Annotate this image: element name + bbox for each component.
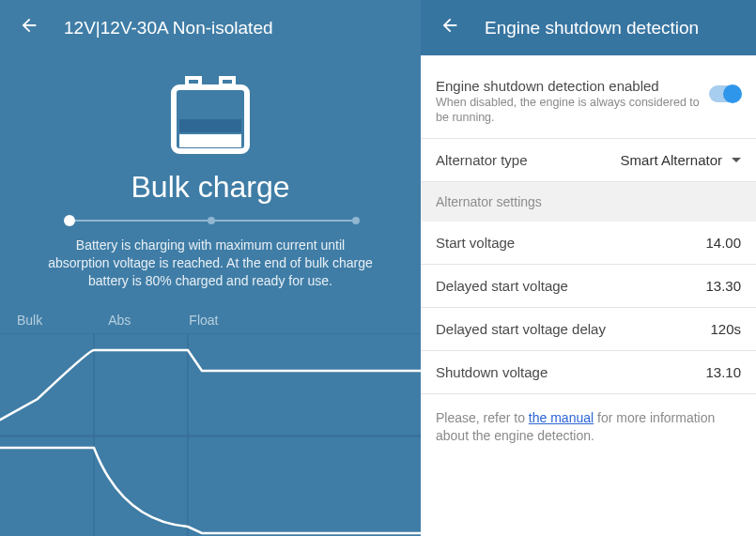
svg-rect-4: [179, 134, 241, 147]
footnote-pre: Please, refer to: [436, 410, 529, 425]
delayed-start-voltage-label: Delayed start voltage: [436, 278, 705, 294]
right-panel: Engine shutdown detection Engine shutdow…: [421, 0, 756, 536]
footnote: Please, refer to the manual for more inf…: [421, 394, 756, 460]
progress-dot-bulk: [64, 215, 75, 226]
device-title: 12V|12V-30A Non-isolated: [64, 18, 273, 38]
stage-area: Bulk charge Battery is charging with max…: [0, 55, 421, 299]
page-title: Engine shutdown detection: [485, 18, 699, 38]
svg-rect-0: [187, 78, 200, 85]
chart-stage-labels: Bulk Abs Float: [0, 313, 421, 333]
stage-progress: [66, 214, 355, 227]
enable-sublabel: When disabled, the engine is always cons…: [436, 96, 700, 125]
delayed-start-voltage-value: 13.30: [705, 278, 741, 294]
voltage-chart: [0, 333, 421, 436]
battery-icon: [38, 74, 383, 161]
manual-link[interactable]: the manual: [529, 410, 594, 425]
delayed-start-delay-row[interactable]: Delayed start voltage delay 120s: [421, 308, 756, 351]
alternator-type-value: Smart Alternator: [621, 152, 722, 168]
delayed-start-delay-value: 120s: [710, 321, 741, 337]
current-chart: [0, 436, 421, 536]
start-voltage-value: 14.00: [705, 235, 741, 251]
shutdown-voltage-row[interactable]: Shutdown voltage 13.10: [421, 351, 756, 394]
alternator-settings-header: Alternator settings: [421, 182, 756, 222]
shutdown-voltage-value: 13.10: [705, 364, 741, 380]
start-voltage-label: Start voltage: [436, 235, 705, 251]
progress-dot-float: [352, 217, 360, 224]
left-header: 12V|12V-30A Non-isolated: [0, 0, 421, 55]
svg-rect-1: [221, 78, 234, 85]
svg-rect-3: [179, 119, 241, 132]
shutdown-voltage-label: Shutdown voltage: [436, 364, 705, 380]
stage-title: Bulk charge: [38, 170, 383, 205]
back-icon[interactable]: [19, 15, 39, 40]
settings-list: Engine shutdown detection enabled When d…: [421, 55, 756, 460]
chart-label-bulk: Bulk: [17, 313, 42, 328]
start-voltage-row[interactable]: Start voltage 14.00: [421, 222, 756, 265]
chart-label-float: Float: [189, 313, 218, 328]
stage-description: Battery is charging with maximum current…: [38, 237, 383, 290]
progress-dot-abs: [208, 217, 215, 224]
chart-label-abs: Abs: [108, 313, 131, 328]
left-panel: 12V|12V-30A Non-isolated Bulk charge Bat…: [0, 0, 421, 536]
delayed-start-delay-label: Delayed start voltage delay: [436, 321, 710, 337]
alternator-type-row[interactable]: Alternator type Smart Alternator: [421, 139, 756, 182]
back-icon[interactable]: [440, 15, 460, 40]
delayed-start-voltage-row[interactable]: Delayed start voltage 13.30: [421, 265, 756, 308]
enable-toggle[interactable]: [709, 85, 741, 102]
charts: Bulk Abs Float: [0, 313, 421, 536]
alternator-type-label: Alternator type: [436, 152, 621, 168]
alternator-type-dropdown[interactable]: Smart Alternator: [621, 152, 741, 168]
enable-detection-row[interactable]: Engine shutdown detection enabled When d…: [421, 55, 756, 139]
chevron-down-icon: [732, 158, 741, 162]
right-header: Engine shutdown detection: [421, 0, 756, 55]
enable-label: Engine shutdown detection enabled: [436, 78, 700, 94]
